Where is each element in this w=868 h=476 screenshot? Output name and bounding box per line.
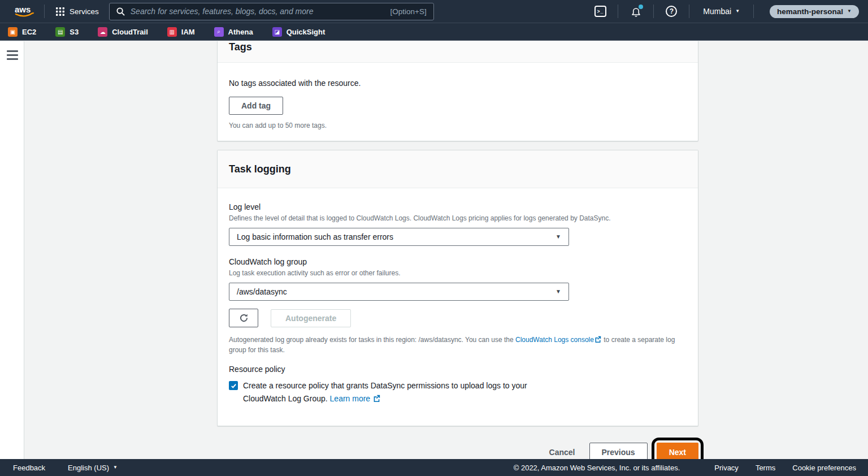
cookie-preferences-link[interactable]: Cookie preferences: [792, 464, 856, 472]
tags-section: Tags No tags associated with the resourc…: [217, 41, 698, 141]
resource-policy-label: Resource policy: [229, 364, 687, 374]
wizard-actions: Cancel Previous Next: [217, 438, 698, 459]
account-menu[interactable]: hemanth-personal ▼: [770, 5, 859, 18]
learn-more-link[interactable]: Learn more: [330, 394, 371, 403]
search-shortcut: [Option+S]: [390, 7, 427, 16]
region-selector[interactable]: Mumbai ▼: [697, 7, 745, 16]
log-group-value: /aws/datasync: [237, 287, 287, 296]
task-logging-header: Task logging: [218, 150, 698, 188]
cloudtrail-icon: ☁: [98, 27, 107, 37]
help-glyph: ?: [670, 7, 674, 15]
next-button[interactable]: Next: [657, 443, 698, 459]
language-selector[interactable]: English (US) ▼: [68, 464, 118, 472]
cancel-button[interactable]: Cancel: [549, 448, 575, 457]
log-level-select[interactable]: Log basic information such as transfer e…: [229, 228, 569, 246]
quicksight-icon: ◪: [272, 27, 282, 37]
page-body: Tags No tags associated with the resourc…: [0, 41, 868, 459]
click-annotation-ring: Next: [652, 438, 704, 459]
privacy-link[interactable]: Privacy: [714, 464, 739, 472]
log-level-value: Log basic information such as transfer e…: [237, 232, 393, 241]
search-placeholder: Search for services, features, blogs, do…: [131, 7, 385, 16]
favorite-label: EC2: [22, 28, 36, 36]
favorite-label: IAM: [181, 28, 195, 36]
language-label: English (US): [68, 464, 109, 472]
divider: [753, 5, 754, 18]
chevron-down-icon: ▼: [847, 9, 852, 14]
favorite-athena[interactable]: ⌕ Athena: [214, 27, 253, 37]
svg-text:aws: aws: [15, 5, 31, 14]
region-label: Mumbai: [703, 7, 731, 16]
favorite-ec2[interactable]: ▣ EC2: [8, 27, 36, 37]
favorite-iam[interactable]: ▥ IAM: [167, 27, 195, 37]
tags-hint: You can add up to 50 more tags.: [229, 122, 687, 129]
refresh-button[interactable]: [229, 309, 258, 327]
favorites-bar: ▣ EC2 ▤ S3 ☁ CloudTrail ▥ IAM ⌕ Athena ◪…: [0, 23, 868, 41]
services-menu[interactable]: Services: [53, 7, 102, 16]
main-content: Tags No tags associated with the resourc…: [24, 41, 868, 459]
chevron-down-icon: ▼: [555, 289, 561, 295]
copyright-text: © 2022, Amazon Web Services, Inc. or its…: [514, 464, 680, 472]
divider: [653, 5, 654, 18]
chevron-down-icon: ▼: [555, 234, 561, 240]
notification-dot: [639, 5, 643, 9]
s3-icon: ▤: [55, 27, 65, 37]
resource-policy-checkbox[interactable]: [229, 381, 238, 390]
log-group-helper-text: Autogenerated log group already exists f…: [229, 335, 680, 355]
favorite-label: S3: [70, 28, 79, 36]
log-level-label: Log level: [229, 202, 687, 212]
iam-icon: ▥: [167, 27, 177, 37]
help-icon[interactable]: ?: [662, 6, 681, 17]
search-input[interactable]: Search for services, features, blogs, do…: [109, 3, 434, 20]
divider: [618, 5, 618, 18]
log-group-select[interactable]: /aws/datasync ▼: [229, 283, 569, 301]
top-navigation: aws Services Search for services, featur…: [0, 0, 868, 23]
chevron-down-icon: ▼: [735, 9, 740, 14]
nav-right-group: >_ ? Mumbai ▼ hemanth-personal ▼: [591, 5, 859, 18]
services-label: Services: [70, 7, 99, 16]
cloudwatch-logs-console-link[interactable]: CloudWatch Logs console: [515, 336, 594, 344]
tags-title: Tags: [229, 41, 687, 53]
feedback-button[interactable]: Feedback: [13, 464, 45, 472]
services-grid-icon: [56, 7, 64, 16]
cloudshell-icon[interactable]: >_: [591, 6, 610, 17]
notifications-bell-icon[interactable]: [626, 6, 645, 17]
refresh-icon: [239, 313, 249, 323]
resource-policy-checkbox-label: Create a resource policy that grants Dat…: [243, 379, 561, 406]
favorite-label: Athena: [228, 28, 253, 36]
favorite-label: CloudTrail: [112, 28, 148, 36]
aws-logo-icon: aws: [14, 4, 36, 19]
ec2-icon: ▣: [8, 27, 18, 37]
log-group-label: CloudWatch log group: [229, 257, 687, 267]
autogenerate-button[interactable]: Autogenerate: [271, 309, 351, 327]
task-logging-title: Task logging: [229, 163, 687, 175]
account-name: hemanth-personal: [777, 7, 843, 16]
no-tags-text: No tags associated with the resource.: [229, 79, 687, 88]
task-logging-section: Task logging Log level Defines the level…: [217, 150, 698, 426]
side-navigation-rail: [0, 41, 24, 459]
favorite-label: QuickSight: [287, 28, 326, 36]
divider: [44, 5, 45, 18]
external-link-icon: [373, 393, 380, 406]
add-tag-button[interactable]: Add tag: [229, 97, 283, 115]
favorite-quicksight[interactable]: ◪ QuickSight: [272, 27, 326, 37]
external-link-icon: [594, 336, 601, 345]
search-icon: [116, 7, 125, 16]
console-footer: Feedback English (US) ▼ © 2022, Amazon W…: [0, 459, 868, 476]
divider: [689, 5, 689, 18]
athena-icon: ⌕: [214, 27, 224, 37]
terms-link[interactable]: Terms: [756, 464, 775, 472]
favorite-cloudtrail[interactable]: ☁ CloudTrail: [98, 27, 148, 37]
tags-section-header: Tags: [218, 41, 698, 63]
aws-logo[interactable]: aws: [14, 4, 36, 19]
chevron-down-icon: ▼: [113, 465, 118, 470]
log-level-description: Defines the level of detail that is logg…: [229, 214, 687, 223]
favorite-s3[interactable]: ▤ S3: [55, 27, 79, 37]
previous-button[interactable]: Previous: [589, 443, 648, 459]
checkmark-icon: [231, 383, 237, 389]
log-group-description: Log task execution activity such as erro…: [229, 269, 687, 278]
menu-icon[interactable]: [7, 50, 18, 60]
cloudshell-glyph: >_: [597, 8, 604, 14]
